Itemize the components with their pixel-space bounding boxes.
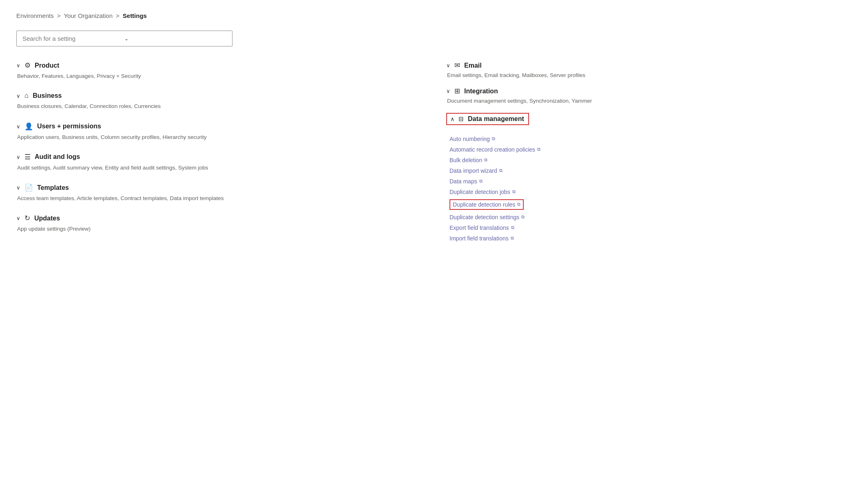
left-column: ∨ ⚙ Product Behavior, Features, Language… [16,61,422,246]
section-audit: ∨ ☰ Audit and logs Audit settings, Audit… [16,153,422,172]
right-column: ∨ ✉ Email Email settings, Email tracking… [446,61,852,246]
chevron-datamgmt-icon: ∧ [450,116,454,122]
section-users: ∨ 👤 Users + permissions Application user… [16,122,422,141]
auto-numbering-link[interactable]: Auto numbering ⧉ [450,136,495,142]
section-templates: ∨ 📄 Templates Access team templates, Art… [16,183,422,203]
list-item-dup-settings: Duplicate detection settings ⧉ [450,214,852,220]
breadcrumb-environments[interactable]: Environments [16,12,54,19]
dup-jobs-label: Duplicate detection jobs [450,189,510,195]
templates-icon: 📄 [24,183,33,192]
data-management-title: Data management [468,115,524,123]
list-item-bulk-deletion: Bulk deletion ⧉ [450,157,852,163]
chevron-audit-icon: ∨ [16,154,20,160]
updates-title[interactable]: Updates [34,215,60,222]
datamgmt-icon: ⊟ [458,115,464,123]
business-desc: Business closures, Calendar, Connection … [16,102,422,110]
gear-icon: ⚙ [24,61,31,70]
export-field-label: Export field translations [450,225,509,231]
dup-settings-link[interactable]: Duplicate detection settings ⧉ [450,214,525,220]
auto-record-label: Automatic record creation policies [450,146,535,153]
external-link-icon: ⧉ [511,225,514,230]
audit-title[interactable]: Audit and logs [35,153,80,161]
section-updates: ∨ ↻ Updates App update settings (Preview… [16,214,422,233]
external-link-icon: ⧉ [517,202,520,207]
chevron-users-icon: ∨ [16,123,20,130]
email-title[interactable]: Email [464,62,482,69]
breadcrumb-org[interactable]: Your Organization [64,12,113,19]
breadcrumb-sep1: > [57,12,61,19]
chevron-product-icon: ∨ [16,62,20,68]
import-field-label: Import field translations [450,235,509,242]
search-placeholder: Search for a setting [22,35,124,42]
updates-icon: ↻ [24,214,30,222]
section-business: ∨ ⌂ Business Business closures, Calendar… [16,92,422,110]
settings-layout: ∨ ⚙ Product Behavior, Features, Language… [16,61,852,246]
updates-desc: App update settings (Preview) [16,225,422,233]
chevron-updates-icon: ∨ [16,215,20,221]
product-desc: Behavior, Features, Languages, Privacy +… [16,72,422,80]
data-maps-label: Data maps [450,178,477,185]
section-product: ∨ ⚙ Product Behavior, Features, Language… [16,61,422,80]
dup-rules-label: Duplicate detection rules [453,201,515,208]
product-title[interactable]: Product [35,62,59,69]
list-item-auto-record: Automatic record creation policies ⧉ [450,146,852,153]
export-field-link[interactable]: Export field translations ⧉ [450,225,514,231]
external-link-icon: ⧉ [537,147,540,152]
external-link-icon: ⧉ [499,168,503,173]
building-icon: ⌂ [24,92,29,100]
integration-icon: ⊞ [454,87,460,95]
list-item-data-import: Data import wizard ⧉ [450,167,852,174]
dup-settings-label: Duplicate detection settings [450,214,519,220]
data-maps-link[interactable]: Data maps ⧉ [450,178,483,185]
bulk-deletion-label: Bulk deletion [450,157,482,163]
dup-rules-link[interactable]: Duplicate detection rules ⧉ [453,201,520,208]
list-item-import-field: Import field translations ⧉ [450,235,852,242]
users-desc: Application users, Business units, Colum… [16,133,422,141]
audit-icon: ☰ [24,153,31,161]
external-link-icon: ⧉ [511,236,514,241]
section-data-management: ∧ ⊟ Data management Auto numbering ⧉ Aut… [446,113,852,242]
email-icon: ✉ [454,61,460,70]
dup-jobs-link[interactable]: Duplicate detection jobs ⧉ [450,189,516,195]
dup-rules-highlight-box[interactable]: Duplicate detection rules ⧉ [450,199,524,210]
section-email: ∨ ✉ Email Email settings, Email tracking… [446,61,852,79]
chevron-email-icon: ∨ [446,62,450,68]
external-link-icon: ⧉ [492,136,495,141]
templates-desc: Access team templates, Article templates… [16,194,422,203]
data-import-label: Data import wizard [450,167,497,174]
list-item-dup-rules: Duplicate detection rules ⧉ [450,199,852,210]
external-link-icon: ⧉ [484,157,487,163]
breadcrumb-current: Settings [123,12,147,19]
list-item-auto-numbering: Auto numbering ⧉ [450,136,852,142]
email-desc: Email settings, Email tracking, Mailboxe… [446,71,852,79]
import-field-link[interactable]: Import field translations ⧉ [450,235,514,242]
auto-record-link[interactable]: Automatic record creation policies ⧉ [450,146,540,153]
list-item-data-maps: Data maps ⧉ [450,178,852,185]
bulk-deletion-link[interactable]: Bulk deletion ⧉ [450,157,487,163]
data-management-header-box[interactable]: ∧ ⊟ Data management [446,113,529,125]
breadcrumb: Environments > Your Organization > Setti… [16,12,852,19]
list-item-export-field: Export field translations ⧉ [450,225,852,231]
chevron-business-icon: ∨ [16,93,20,99]
section-integration: ∨ ⊞ Integration Document management sett… [446,87,852,105]
users-title[interactable]: Users + permissions [37,123,101,130]
data-management-list: Auto numbering ⧉ Automatic record creati… [446,136,852,242]
auto-numbering-label: Auto numbering [450,136,490,142]
list-item-dup-jobs: Duplicate detection jobs ⧉ [450,189,852,195]
data-import-link[interactable]: Data import wizard ⧉ [450,167,503,174]
external-link-icon: ⧉ [479,178,483,184]
chevron-integration-icon: ∨ [446,88,450,94]
external-link-icon: ⧉ [512,189,516,194]
integration-title[interactable]: Integration [464,88,498,95]
business-title[interactable]: Business [33,92,62,99]
chevron-templates-icon: ∨ [16,185,20,191]
chevron-down-icon: ⌄ [124,36,226,42]
search-bar[interactable]: Search for a setting ⌄ [16,31,232,46]
users-icon: 👤 [24,122,33,131]
templates-title[interactable]: Templates [37,184,69,192]
integration-desc: Document management settings, Synchroniz… [446,97,852,105]
audit-desc: Audit settings, Audit summary view, Enti… [16,164,422,172]
breadcrumb-sep2: > [116,12,120,19]
external-link-icon: ⧉ [521,214,525,220]
